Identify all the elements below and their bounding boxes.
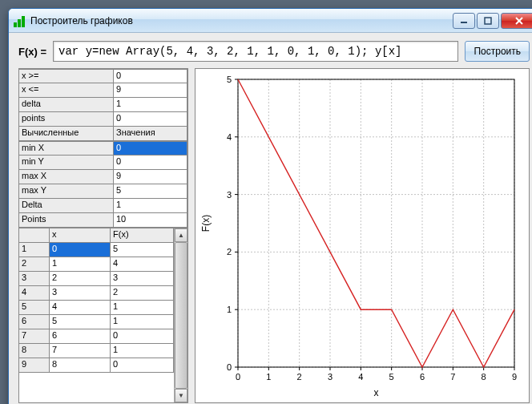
cell-x[interactable]: 4 [50, 301, 111, 315]
computed-row[interactable]: min X0 [19, 141, 187, 156]
chart: 0123456789012345xF(x) [198, 68, 526, 403]
cell-fx[interactable]: 2 [111, 286, 174, 301]
col-header [19, 228, 50, 243]
row-number: 6 [19, 315, 50, 329]
col-header: F(x) [111, 228, 174, 243]
svg-text:0: 0 [227, 362, 232, 372]
param-key: x >= [19, 69, 114, 83]
table-row[interactable]: 214 [19, 257, 174, 272]
cell-x[interactable]: 2 [50, 272, 111, 286]
table-row[interactable]: 760 [19, 329, 174, 344]
table-row[interactable]: 980 [19, 358, 174, 373]
svg-text:1: 1 [266, 372, 271, 382]
table-row[interactable]: 871 [19, 344, 174, 358]
formula-row: F(x) = Построить [18, 41, 530, 62]
close-button[interactable] [501, 13, 532, 29]
svg-text:5: 5 [389, 372, 394, 382]
cell-x[interactable]: 5 [50, 315, 111, 329]
app-window: Построитель графиков F(x) = Построить x … [8, 8, 532, 404]
left-panel: x >=0x <=9delta1points0 Вычисленные Знач… [18, 68, 188, 403]
col-header: x [50, 228, 111, 243]
cell-x[interactable]: 7 [50, 344, 111, 358]
param-value[interactable]: 0 [114, 112, 187, 127]
computed-key: min Y [19, 156, 114, 170]
computed-value[interactable]: 9 [114, 170, 187, 184]
computed-row[interactable]: min Y0 [19, 156, 187, 170]
table-row[interactable]: 432 [19, 286, 174, 301]
titlebar[interactable]: Построитель графиков [9, 9, 532, 33]
svg-text:F(x): F(x) [200, 215, 212, 232]
svg-text:3: 3 [227, 190, 232, 200]
computed-row[interactable]: max Y5 [19, 184, 187, 199]
build-button[interactable]: Построить [465, 41, 530, 62]
computed-key: max X [19, 170, 114, 184]
cell-fx[interactable]: 1 [111, 301, 174, 315]
cell-fx[interactable]: 3 [111, 272, 174, 286]
table-row[interactable]: 105 [19, 243, 174, 257]
client-area: F(x) = Построить x >=0x <=9delta1points0… [9, 33, 532, 404]
svg-text:5: 5 [227, 75, 232, 84]
row-number: 8 [19, 344, 50, 358]
row-number: 2 [19, 257, 50, 272]
computed-grid[interactable]: min X0min Y0max X9max Y5Delta1Points10 [19, 141, 187, 228]
computed-value[interactable]: 0 [114, 141, 187, 156]
data-table-scrollbar[interactable]: ▲ ▼ [174, 228, 187, 402]
table-row[interactable]: 323 [19, 272, 174, 286]
computed-row[interactable]: Delta1 [19, 199, 187, 213]
param-row[interactable]: delta1 [19, 98, 187, 112]
computed-value[interactable]: 10 [114, 213, 187, 228]
cell-x[interactable]: 1 [50, 257, 111, 272]
cell-fx[interactable]: 1 [111, 344, 174, 358]
param-value[interactable]: 0 [114, 69, 187, 83]
chart-panel: 0123456789012345xF(x) [195, 68, 530, 403]
cell-fx[interactable]: 4 [111, 257, 174, 272]
computed-key: Points [19, 213, 114, 228]
param-row[interactable]: points0 [19, 112, 187, 127]
scroll-up-button[interactable]: ▲ [175, 228, 187, 242]
cell-fx[interactable]: 1 [111, 315, 174, 329]
cell-x[interactable]: 8 [50, 358, 111, 373]
svg-text:x: x [374, 387, 379, 398]
svg-text:7: 7 [450, 372, 455, 382]
computed-value[interactable]: 5 [114, 184, 187, 199]
computed-value[interactable]: 0 [114, 156, 187, 170]
params-grid[interactable]: x >=0x <=9delta1points0 [19, 69, 187, 127]
computed-key: max Y [19, 184, 114, 199]
cell-fx[interactable]: 5 [111, 243, 174, 257]
cell-fx[interactable]: 0 [111, 358, 174, 373]
formula-input[interactable] [53, 41, 458, 62]
app-icon [14, 14, 26, 27]
param-key: points [19, 112, 114, 127]
row-number: 5 [19, 301, 50, 315]
param-key: delta [19, 98, 114, 112]
data-table[interactable]: xF(x)105214323432541651760871980 [19, 228, 174, 402]
param-row[interactable]: x >=0 [19, 69, 187, 83]
row-number: 1 [19, 243, 50, 257]
row-number: 3 [19, 272, 50, 286]
param-value[interactable]: 1 [114, 98, 187, 112]
computed-key: min X [19, 141, 114, 156]
cell-fx[interactable]: 0 [111, 329, 174, 344]
cell-x[interactable]: 0 [50, 243, 111, 257]
minimize-button[interactable] [453, 13, 475, 29]
computed-row[interactable]: max X9 [19, 170, 187, 184]
row-number: 7 [19, 329, 50, 344]
row-number: 4 [19, 286, 50, 301]
table-row[interactable]: 651 [19, 315, 174, 329]
row-number: 9 [19, 358, 50, 373]
svg-text:2: 2 [227, 247, 232, 257]
svg-text:8: 8 [482, 372, 486, 382]
param-value[interactable]: 9 [114, 83, 187, 98]
cell-x[interactable]: 3 [50, 286, 111, 301]
svg-text:2: 2 [297, 372, 302, 382]
scroll-down-button[interactable]: ▼ [175, 389, 187, 402]
scroll-thumb[interactable] [175, 242, 187, 389]
param-row[interactable]: x <=9 [19, 83, 187, 98]
computed-value[interactable]: 1 [114, 199, 187, 213]
maximize-button[interactable] [477, 13, 499, 29]
table-row[interactable]: 541 [19, 301, 174, 315]
computed-row[interactable]: Points10 [19, 213, 187, 228]
cell-x[interactable]: 6 [50, 329, 111, 344]
window-title: Построитель графиков [30, 15, 453, 26]
svg-text:4: 4 [227, 132, 232, 142]
